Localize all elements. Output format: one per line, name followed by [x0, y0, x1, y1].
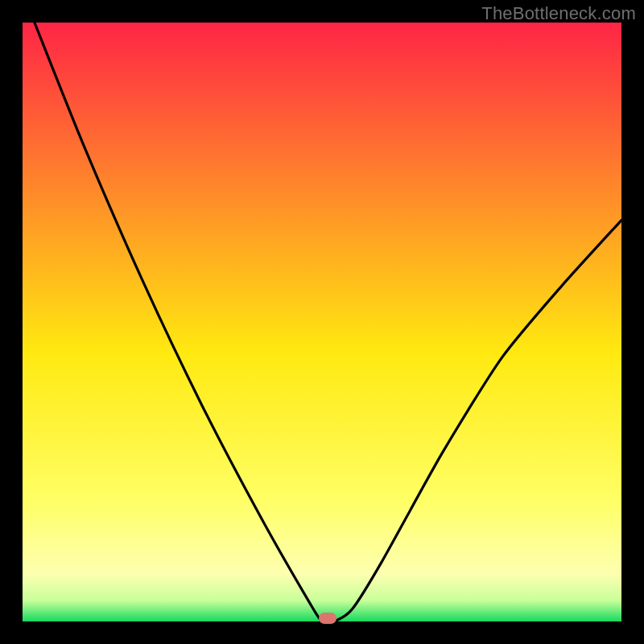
chart-frame: TheBottleneck.com [0, 0, 644, 644]
plot-area [23, 23, 621, 621]
watermark-text: TheBottleneck.com [481, 3, 636, 24]
bottleneck-curve [23, 23, 621, 621]
optimal-point-marker [319, 613, 336, 624]
